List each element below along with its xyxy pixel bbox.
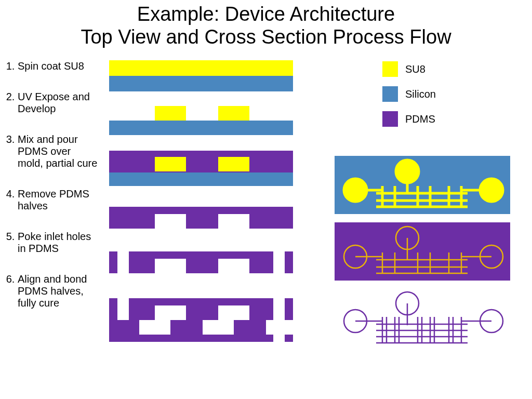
step-5: Poke inlet holes in PDMS xyxy=(18,231,99,255)
svg-rect-23 xyxy=(139,320,170,335)
svg-rect-24 xyxy=(203,320,234,335)
step-3: Mix and pour PDMS over mold, partial cur… xyxy=(18,134,99,169)
title-line-1: Example: Device Architecture xyxy=(137,3,395,25)
step-1: Spin coat SU8 xyxy=(18,60,99,72)
svg-rect-16 xyxy=(273,251,285,273)
svg-rect-7 xyxy=(155,157,186,171)
svg-rect-2 xyxy=(109,121,293,135)
stage-1-diagram xyxy=(109,60,293,94)
svg-rect-4 xyxy=(218,106,249,121)
legend-row-su8: SU8 xyxy=(382,61,436,77)
svg-rect-18 xyxy=(155,305,186,320)
topview-1-diagram xyxy=(335,156,510,214)
svg-rect-26 xyxy=(273,320,285,342)
svg-rect-21 xyxy=(273,298,285,320)
svg-rect-43 xyxy=(335,222,510,281)
legend-label-silicon: Silicon xyxy=(405,88,436,100)
slide-title: Example: Device Architecture Top View an… xyxy=(0,0,532,48)
svg-rect-6 xyxy=(109,151,293,172)
stage-2-diagram xyxy=(109,104,293,136)
svg-rect-12 xyxy=(109,251,293,273)
legend: SU8 Silicon PDMS xyxy=(382,61,436,136)
svg-rect-17 xyxy=(109,298,293,320)
swatch-su8-icon xyxy=(382,61,398,77)
svg-rect-11 xyxy=(218,214,249,229)
svg-rect-13 xyxy=(155,259,186,273)
svg-rect-14 xyxy=(218,259,249,273)
swatch-silicon-icon xyxy=(382,86,398,102)
topview-2-diagram xyxy=(335,222,510,281)
stage-4-diagram xyxy=(109,207,293,231)
svg-rect-15 xyxy=(117,251,129,273)
legend-label-su8: SU8 xyxy=(405,63,425,75)
stage-6-diagram xyxy=(109,298,293,343)
step-6: Align and bond PDMS halves, fully cure xyxy=(18,273,99,309)
svg-rect-9 xyxy=(109,207,293,229)
title-line-2: Top View and Cross Section Process Flow xyxy=(81,26,451,48)
legend-label-pdms: PDMS xyxy=(405,113,435,125)
steps-list: Spin coat SU8 UV Expose and Develop Mix … xyxy=(5,60,99,328)
svg-rect-10 xyxy=(155,214,186,229)
svg-rect-1 xyxy=(109,60,293,76)
swatch-pdms-icon xyxy=(382,111,398,127)
legend-row-silicon: Silicon xyxy=(382,86,436,102)
stage-3-diagram xyxy=(109,151,293,188)
svg-rect-5 xyxy=(109,171,293,186)
svg-rect-19 xyxy=(218,305,249,320)
svg-rect-8 xyxy=(218,157,249,171)
svg-rect-20 xyxy=(117,298,129,320)
svg-rect-22 xyxy=(109,320,293,342)
svg-rect-3 xyxy=(155,106,186,121)
legend-row-pdms: PDMS xyxy=(382,111,436,127)
svg-rect-0 xyxy=(109,76,293,91)
stage-5-diagram xyxy=(109,251,293,275)
step-2: UV Expose and Develop xyxy=(18,91,99,115)
topview-3-diagram xyxy=(335,291,510,349)
step-4: Remove PDMS halves xyxy=(18,188,99,212)
